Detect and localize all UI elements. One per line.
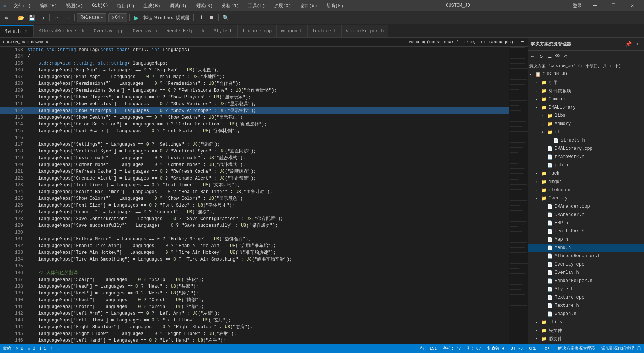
tree-item-27[interactable]: 📄 Texture.cpp	[528, 293, 644, 302]
tree-item-29[interactable]: 📄 weapon.h	[528, 310, 644, 318]
menu-analyze[interactable]: 分析(N)	[219, 2, 242, 10]
tab-renderhelper[interactable]: RenderHelper.h	[162, 25, 209, 37]
tab-texture-cpp[interactable]: Texture.cpp	[238, 25, 277, 37]
toolbar-save[interactable]: 💾	[27, 13, 36, 23]
tree-item-6[interactable]: ▸ 📁 Memory	[528, 120, 644, 128]
line-number: 106	[6, 67, 23, 74]
tree-arrow-31: ▸	[535, 328, 541, 333]
tree-item-24[interactable]: 📄 Overlay.h	[528, 269, 644, 277]
tree-item-32[interactable]: ▾ 📁 源文件	[528, 335, 644, 343]
breadcrumb-project: CUSTOM_JD	[3, 40, 25, 44]
tree-item-19[interactable]: 📄 HealthBar.h	[528, 227, 644, 235]
tree-item-5[interactable]: ▸ 📁 libs	[528, 112, 644, 120]
solution-explorer-bottom[interactable]: 解决方案资源管理器	[558, 345, 595, 351]
se-chevron-button[interactable]: ‹	[633, 40, 641, 48]
tree-item-7[interactable]: ▾ 📁 nt	[528, 128, 644, 136]
menu-extensions[interactable]: 扩展(X)	[271, 2, 294, 10]
menu-file[interactable]: 文件(F)	[11, 2, 34, 10]
tree-item-11[interactable]: 📄 pch.h	[528, 161, 644, 169]
tree-item-31[interactable]: ▸ 📁 头文件	[528, 326, 644, 335]
toolbar-stop[interactable]: ⏹	[206, 13, 216, 23]
menu-debug[interactable]: 调试(D)	[167, 2, 190, 10]
tree-item-0[interactable]: ▾ 📋 CUSTOM_JD	[528, 70, 644, 78]
se-filter-button[interactable]: ☰	[546, 53, 553, 60]
tree-item-10[interactable]: 📄 framework.h	[528, 153, 644, 161]
toolbar-open[interactable]: 📂	[16, 13, 26, 23]
tree-item-22[interactable]: 📄 MThreadRenderer.h	[528, 252, 644, 260]
tree-item-2[interactable]: ▸ 📁 外部依赖项	[528, 87, 644, 95]
tree-item-23[interactable]: 📄 Overlay.cpp	[528, 260, 644, 269]
tab-style-h[interactable]: Style.h	[209, 25, 238, 37]
code-line-104: 104{	[0, 53, 509, 60]
toolbar-pause[interactable]: ⏸	[196, 13, 206, 23]
se-show-all-button[interactable]: 👁	[554, 53, 561, 60]
menu-test[interactable]: 测试(S)	[193, 2, 216, 10]
build-config-dropdown[interactable]: Release ▼	[77, 13, 106, 22]
maximize-button[interactable]: □	[605, 0, 622, 11]
line-number: 130	[6, 229, 23, 236]
function-dropdown[interactable]: MenuLag(const char * strID, int Language…	[406, 40, 516, 44]
toolbar-save-all[interactable]: ⊞	[37, 13, 47, 23]
tree-item-28[interactable]: 📄 Texture.h	[528, 302, 644, 310]
menu-build[interactable]: 生成(B)	[140, 2, 164, 10]
tree-item-1[interactable]: ▸ 📁 引用	[528, 78, 644, 87]
tab-overlay-cpp[interactable]: Overlay.cpp	[89, 25, 128, 37]
status-caret-up[interactable]: ↑	[51, 346, 53, 351]
tab-overlay-h[interactable]: Overlay.h	[128, 25, 162, 37]
toolbar-new[interactable]: ⊕	[2, 13, 11, 23]
tab-menu-h[interactable]: Menu.h ✕	[0, 25, 34, 37]
menu-help[interactable]: 帮助(H)	[323, 2, 346, 10]
tree-icon-23: 📄	[547, 262, 553, 267]
tree-item-33[interactable]: 📄 Main.cpp	[528, 343, 644, 344]
tree-item-13[interactable]: ▸ 📁 imgui	[528, 178, 644, 186]
menu-window[interactable]: 窗口(W)	[297, 2, 320, 10]
tab-vectorhelper[interactable]: VectorHelper.h	[342, 25, 389, 37]
tree-item-12[interactable]: ▸ 📁 Hack	[528, 169, 644, 178]
se-refresh-button[interactable]: ↻	[537, 53, 545, 60]
tree-item-21[interactable]: 📄 Menu.h	[528, 244, 644, 252]
status-caret-down[interactable]: ↓	[57, 346, 60, 351]
menu-project[interactable]: 项目(P)	[114, 2, 137, 10]
menu-git[interactable]: Git(G)	[89, 2, 111, 9]
git-branch[interactable]: 添加到源代码管理 ⓘ	[601, 345, 641, 351]
login-label[interactable]: 登录	[570, 3, 585, 9]
close-button[interactable]: ✕	[624, 0, 641, 11]
tree-item-30[interactable]: ▸ 📁 Utils	[528, 318, 644, 326]
code-scroll-area[interactable]: 103static std::string MenuLag(const char…	[0, 47, 509, 344]
se-back-button[interactable]: ←	[529, 53, 537, 60]
toolbar-undo[interactable]: ↩	[52, 13, 62, 23]
menu-view[interactable]: 视图(V)	[63, 2, 86, 10]
se-props-button[interactable]: ⚙	[562, 53, 570, 60]
tab-mthread[interactable]: MThreadRenderer.h	[34, 25, 89, 37]
tree-item-26[interactable]: 📄 Style.h	[528, 285, 644, 293]
tree-item-18[interactable]: 📄 ESP.h	[528, 219, 644, 227]
tree-label-23: Overlay.cpp	[555, 262, 584, 267]
tree-item-3[interactable]: ▸ 📁 Common	[528, 95, 644, 103]
minimize-button[interactable]: —	[586, 0, 603, 11]
tree-item-8[interactable]: 📄 structs.h	[528, 136, 644, 145]
status-warnings[interactable]: ⚠ 0	[28, 346, 35, 351]
toolbar-redo[interactable]: ↪	[62, 13, 72, 23]
tree-item-17[interactable]: 📄 DMArender.h	[528, 211, 644, 219]
code-line-140: 140 languageMaps["Chest"] = Languages ==…	[0, 297, 509, 303]
toolbar-search[interactable]: 🔍	[221, 13, 231, 23]
tree-item-16[interactable]: 📄 DMArender.cpp	[528, 202, 644, 211]
tab-texture-h[interactable]: Texture.h	[308, 25, 342, 37]
status-info[interactable]: ℹ 1	[40, 346, 46, 351]
tree-item-20[interactable]: 📄 Map.h	[528, 235, 644, 244]
tab-menu-h-close[interactable]: ✕	[23, 29, 29, 35]
menu-edit[interactable]: 编辑(E)	[37, 2, 60, 10]
tree-item-25[interactable]: 📄 RenderHelper.h	[528, 277, 644, 285]
add-file-button[interactable]: +	[516, 39, 528, 45]
tree-item-9[interactable]: 📄 DMALibrary.cpp	[528, 145, 644, 153]
status-errors[interactable]: ✕ 2	[16, 346, 23, 351]
tree-item-15[interactable]: ▾ 📁 Overlay	[528, 194, 644, 202]
line-number: 134	[6, 256, 23, 263]
se-pin-button[interactable]: 📌	[624, 40, 632, 48]
platform-dropdown[interactable]: x64 ▼	[108, 13, 127, 22]
run-button[interactable]: ▶	[132, 14, 140, 22]
tree-item-14[interactable]: ▸ 📁 nlohmann	[528, 186, 644, 194]
tree-item-4[interactable]: ▾ 📁 DMALibrary	[528, 103, 644, 112]
menu-tools[interactable]: 工具(T)	[245, 2, 268, 10]
tab-weapon-h[interactable]: weapon.h	[277, 25, 308, 37]
